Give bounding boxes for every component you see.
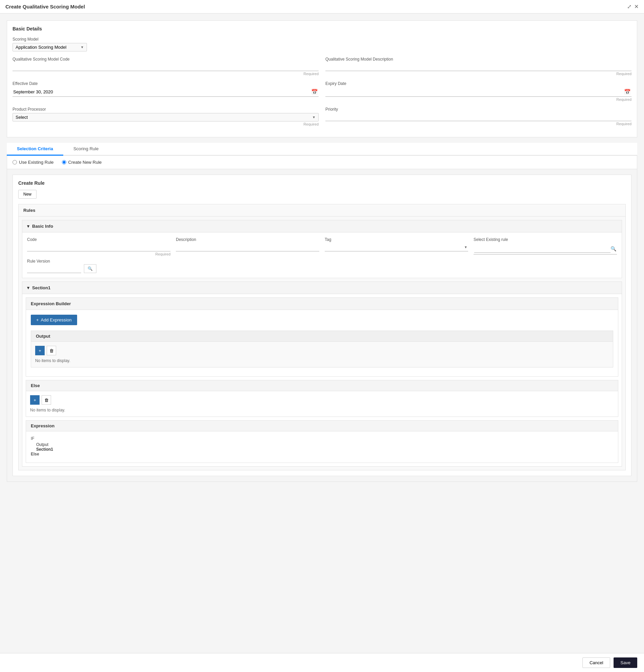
tag-select-wrapper: ▼ (325, 243, 468, 251)
section1-header[interactable]: ▾ Section1 (22, 282, 622, 294)
else-content: + 🗑 No items to display. (26, 391, 618, 417)
code-input[interactable] (27, 243, 170, 251)
effective-date-group: Effective Date 📅 (13, 81, 319, 101)
expression-section1-value: Section1 (36, 447, 53, 452)
rule-radio-group: Use Existing Rule Create New Rule (13, 156, 631, 169)
expression-if-line: IF (31, 436, 613, 441)
cancel-button[interactable]: Cancel (582, 658, 610, 668)
rule-version-label: Rule Version (27, 259, 81, 264)
expiry-date-calendar-icon[interactable]: 📅 (624, 89, 631, 95)
priority-group: Priority Required (325, 107, 631, 126)
product-processor-select-wrapper[interactable]: Select ▼ (13, 113, 319, 121)
output-add-button[interactable]: + (35, 346, 45, 355)
close-icon[interactable]: ✕ (634, 3, 639, 10)
qualitative-description-group: Qualitative Scoring Model Description Re… (325, 57, 631, 76)
rule-version-row: Rule Version 🔍 (27, 259, 617, 273)
qualitative-description-label: Qualitative Scoring Model Description (325, 57, 631, 62)
priority-required: Required (325, 122, 631, 126)
output-no-items: No items to display. (35, 357, 70, 364)
qualitative-description-input[interactable] (325, 63, 631, 71)
select-existing-rule-label: Select Existing rule (474, 237, 617, 242)
select-existing-rule-input[interactable] (474, 245, 610, 253)
create-rule-title: Create Rule (18, 180, 626, 186)
tag-label: Tag (325, 237, 468, 242)
effective-date-label: Effective Date (13, 81, 319, 86)
expression-summary-header: Expression (26, 421, 618, 431)
expression-else-value: Else (31, 452, 39, 456)
qualitative-code-input[interactable] (13, 63, 319, 71)
priority-input[interactable] (325, 113, 631, 121)
rule-version-input[interactable] (27, 265, 81, 273)
expand-icon[interactable]: ⤢ (627, 3, 631, 10)
expiry-date-input[interactable] (326, 89, 624, 94)
section1-collapse-icon: ▾ (27, 285, 29, 290)
qualitative-code-group: Qualitative Scoring Model Code Required (13, 57, 319, 76)
use-existing-rule-radio[interactable] (13, 160, 17, 165)
output-content: + 🗑 No items to display. (31, 342, 613, 367)
rules-container: Rules ▾ Basic Info Code (18, 204, 626, 470)
output-section: Output + 🗑 No items to display. (31, 331, 613, 368)
qualitative-code-label: Qualitative Scoring Model Code (13, 57, 319, 62)
create-new-rule-radio[interactable] (62, 160, 66, 165)
processor-priority-row: Product Processor Select ▼ Required Prio… (13, 107, 631, 126)
else-add-button[interactable]: + (30, 395, 39, 405)
description-group: Description (176, 237, 319, 256)
tag-group: Tag ▼ (325, 237, 468, 256)
tab-selection-criteria[interactable]: Selection Criteria (7, 143, 63, 156)
code-label: Code (27, 237, 170, 242)
output-delete-button[interactable]: 🗑 (47, 346, 56, 355)
scoring-model-label: Scoring Model (13, 37, 87, 41)
use-existing-rule-label[interactable]: Use Existing Rule (13, 160, 54, 165)
select-existing-rule-search-button[interactable]: 🔍 (610, 246, 616, 251)
effective-date-calendar-icon[interactable]: 📅 (311, 89, 318, 95)
effective-date-wrapper: 📅 (13, 87, 319, 97)
header-actions: ⤢ ✕ (627, 3, 639, 10)
basic-info-header[interactable]: ▾ Basic Info (22, 220, 622, 232)
tab-scoring-rule[interactable]: Scoring Rule (63, 143, 109, 156)
tabs-container: Selection Criteria Scoring Rule (7, 143, 637, 156)
new-button[interactable]: New (18, 190, 37, 199)
else-header: Else (26, 380, 618, 391)
else-no-items: No items to display. (30, 406, 65, 414)
rule-version-group: Rule Version (27, 259, 81, 273)
expression-builder-section: Expression Builder + Add Expression Outp… (26, 297, 618, 376)
basic-info-fields-row: Code Required Description (27, 237, 617, 256)
select-existing-rule-wrapper: 🔍 (474, 243, 617, 254)
description-input[interactable] (176, 243, 319, 251)
else-section: Else + 🗑 No items to display. (26, 380, 618, 417)
product-processor-arrow: ▼ (312, 116, 316, 119)
modal-header: Create Qualitative Scoring Model ⤢ ✕ (0, 0, 644, 13)
expression-output-label: Output (36, 442, 48, 447)
expiry-date-label: Expiry Date (325, 81, 631, 86)
expression-builder-content: + Add Expression Output + 🗑 (26, 310, 618, 376)
expiry-date-group: Expiry Date 📅 Required (325, 81, 631, 101)
else-delete-button[interactable]: 🗑 (41, 395, 51, 405)
expression-section1-line: Section1 (31, 447, 613, 452)
modal-footer: Cancel Save (0, 653, 644, 672)
create-new-rule-label[interactable]: Create New Rule (62, 160, 102, 165)
scoring-model-arrow: ▼ (81, 45, 84, 49)
product-processor-label: Product Processor (13, 107, 319, 112)
expiry-date-required: Required (325, 97, 631, 101)
modal-title: Create Qualitative Scoring Model (5, 4, 85, 10)
expression-summary-content: IF Output Section1 Else (26, 431, 618, 463)
rule-version-search-button[interactable]: 🔍 (84, 264, 96, 273)
product-processor-required: Required (13, 122, 319, 126)
tag-select[interactable] (325, 245, 464, 250)
output-action-buttons: + 🗑 (35, 346, 609, 355)
scoring-model-select-wrapper[interactable]: Application Scoring Model ▼ (13, 43, 87, 51)
section1-title: Section1 (32, 285, 50, 290)
output-header: Output (31, 331, 613, 342)
expression-builder-header: Expression Builder (26, 298, 618, 310)
else-action-buttons: + 🗑 (30, 395, 614, 405)
effective-date-input[interactable] (13, 89, 311, 94)
add-expression-button[interactable]: + Add Expression (31, 315, 77, 325)
create-rule-section: Create Rule New Rules ▾ Basic Info (13, 175, 631, 476)
add-expression-plus-icon: + (36, 317, 39, 323)
scoring-model-select[interactable]: Application Scoring Model (15, 45, 81, 50)
rules-header: Rules (19, 204, 625, 217)
qualitative-description-required: Required (325, 72, 631, 76)
code-description-row: Qualitative Scoring Model Code Required … (13, 57, 631, 76)
save-button[interactable]: Save (613, 658, 637, 668)
product-processor-select[interactable]: Select (15, 115, 312, 120)
